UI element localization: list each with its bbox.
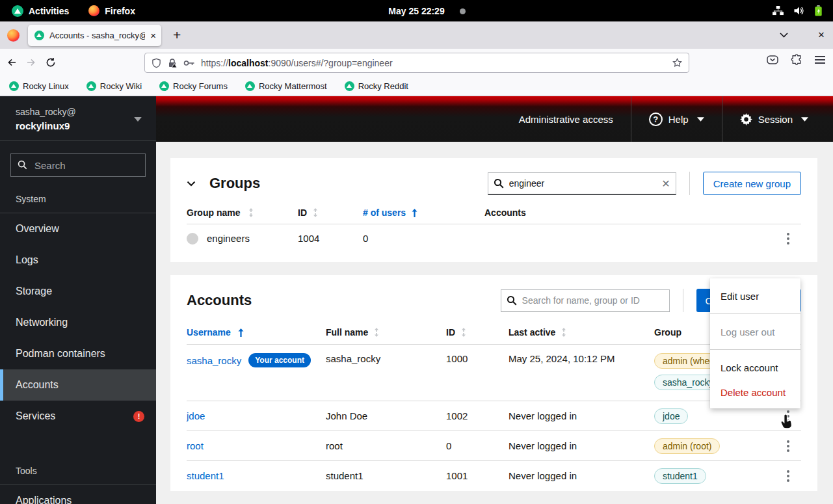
help-dropdown[interactable]: ? Help [631, 96, 722, 142]
sidebar-item-logs[interactable]: Logs [0, 245, 156, 276]
focused-app-menu[interactable]: Firefox [88, 5, 135, 16]
cockpit-page: sasha_rocky@ rockylinux9 System Overview… [0, 96, 833, 504]
menu-icon[interactable] [815, 56, 825, 64]
sidebar-item-podman-containers[interactable]: Podman containers [0, 338, 156, 369]
user-menu[interactable]: sasha_rocky@ rockylinux9 [0, 96, 156, 141]
column-full-name[interactable]: Full name [326, 327, 446, 338]
accounts-title: Accounts [187, 292, 252, 309]
group-row-kebab-icon[interactable] [775, 233, 801, 245]
list-tabs-chevron-icon[interactable] [780, 33, 788, 38]
rocky-icon [86, 81, 96, 91]
account-row-student1: student1 student1 1001 Never logged in s… [187, 460, 801, 490]
back-icon[interactable] [7, 57, 17, 68]
tab-favicon-rocky-icon [34, 31, 44, 40]
column-username[interactable]: Username [187, 327, 326, 338]
desktop-top-bar: Activities Firefox May 25 22:29 [0, 0, 833, 21]
sidebar-item-applications[interactable]: Applications [0, 485, 156, 504]
masthead: Administrative access ? Help Session [156, 96, 833, 142]
url-text[interactable]: https://localhost:9090/users#/?group=eng… [201, 58, 667, 68]
menu-item-lock-account[interactable]: Lock account [710, 355, 800, 380]
url-bar[interactable]: https://localhost:9090/users#/?group=eng… [144, 53, 689, 73]
groups-search: ✕ [488, 172, 676, 195]
section-label-tools: Tools [0, 460, 156, 484]
sidebar-item-accounts[interactable]: Accounts [0, 369, 156, 401]
menu-item-log-user-out: Log user out [710, 319, 800, 344]
firefox-app-icon [7, 29, 20, 42]
sidebar-item-networking[interactable]: Networking [0, 307, 156, 338]
username-link[interactable]: root [187, 440, 204, 451]
last-active: Never logged in [509, 410, 654, 421]
sort-ascending-icon [412, 209, 417, 217]
session-dropdown[interactable]: Session [722, 96, 833, 142]
activities-button[interactable]: Activities [12, 5, 69, 17]
alert-badge: ! [133, 411, 144, 422]
column-id[interactable]: ID [446, 327, 509, 338]
tab-close-icon[interactable]: × [150, 31, 156, 40]
account-actions-menu: Edit user Log user out Lock account Dele… [710, 278, 800, 408]
bookmark-rocky-mattermost[interactable]: Rocky Mattermost [245, 81, 327, 91]
bookmark-rocky-forums[interactable]: Rocky Forums [159, 81, 228, 91]
clock[interactable]: May 25 22:29 [388, 6, 444, 16]
key-icon[interactable] [183, 60, 195, 66]
bookmark-rocky-linux[interactable]: Rocky Linux [9, 81, 69, 91]
sidebar-item-storage[interactable]: Storage [0, 276, 156, 307]
sidebar-search-input[interactable] [10, 153, 146, 177]
user-id: 1001 [446, 470, 509, 481]
browser-tab[interactable]: Accounts - sasha_rocky@ × [28, 25, 161, 46]
rocky-icon [9, 81, 19, 91]
forward-icon[interactable] [26, 57, 36, 68]
account-row-root: root root 0 Never logged in admin (root) [187, 431, 801, 460]
account-row-kebab-icon[interactable] [775, 470, 801, 482]
sidebar-item-overview[interactable]: Overview [0, 213, 156, 245]
username-link[interactable]: sasha_rocky [187, 355, 241, 366]
column-last-active[interactable]: Last active [509, 327, 654, 338]
window-close-icon[interactable]: × [818, 29, 825, 42]
groups-search-input[interactable] [488, 172, 676, 195]
activities-label: Activities [29, 6, 69, 16]
sidebar-item-services[interactable]: Services ! [0, 401, 156, 432]
column-id[interactable]: ID [298, 207, 363, 218]
username-link[interactable]: student1 [187, 470, 224, 481]
reload-icon[interactable] [46, 57, 56, 68]
shield-icon[interactable] [152, 58, 161, 68]
accounts-search [501, 289, 670, 312]
browser-nav-bar: https://localhost:9090/users#/?group=eng… [0, 49, 833, 76]
full-name: root [326, 440, 446, 451]
last-active: Never logged in [509, 440, 654, 451]
section-label-system: System [0, 189, 156, 213]
browser-tab-bar: Accounts - sasha_rocky@ × + × [0, 21, 833, 49]
column-group-name[interactable]: Group name [187, 207, 298, 218]
battery-icon [814, 5, 823, 16]
account-row-sasha-rocky: sasha_rocky Your account sasha_rocky 100… [187, 344, 801, 401]
bookmark-rocky-reddit[interactable]: Rocky Reddit [345, 81, 408, 91]
group-label: admin (root) [654, 438, 720, 454]
accounts-search-input[interactable] [501, 289, 670, 312]
pocket-icon[interactable] [767, 54, 778, 66]
last-active: May 25, 2024, 10:12 PM [509, 353, 654, 364]
groups-title: Groups [209, 175, 260, 192]
username-link[interactable]: jdoe [187, 410, 205, 421]
menu-item-edit-user[interactable]: Edit user [710, 284, 800, 308]
recording-indicator-icon [460, 8, 466, 14]
star-icon[interactable] [672, 58, 682, 68]
divider [710, 313, 800, 314]
search-icon [18, 160, 27, 170]
user-id: 1000 [446, 353, 509, 364]
rocky-icon [245, 81, 255, 91]
system-tray[interactable] [773, 5, 823, 16]
menu-item-delete-account[interactable]: Delete account [710, 380, 800, 405]
clear-search-icon[interactable]: ✕ [661, 178, 670, 190]
collapse-groups-chevron-icon[interactable] [187, 181, 196, 187]
group-user-count: 0 [363, 233, 484, 244]
firefox-icon [88, 5, 99, 16]
column-num-users[interactable]: # of users [363, 207, 484, 218]
new-tab-button[interactable]: + [173, 27, 181, 43]
lock-warning-icon[interactable] [167, 58, 178, 68]
account-row-kebab-icon[interactable] [775, 440, 801, 452]
sort-icon [561, 328, 566, 337]
sort-icon [313, 208, 318, 217]
bookmark-rocky-wiki[interactable]: Rocky Wiki [86, 81, 142, 91]
create-new-group-button[interactable]: Create new group [703, 172, 801, 195]
extensions-icon[interactable] [791, 54, 802, 66]
administrative-access-button[interactable]: Administrative access [501, 96, 631, 142]
